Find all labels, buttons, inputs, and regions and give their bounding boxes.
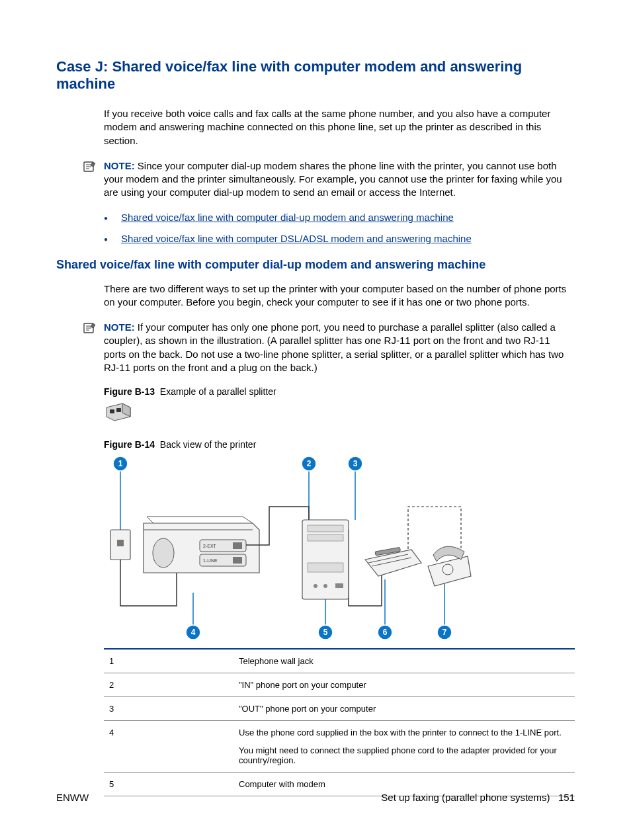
- callout-2: 2: [302, 456, 316, 471]
- list-item: Shared voice/fax line with computer DSL/…: [104, 233, 575, 246]
- callout-1: 1: [113, 456, 128, 471]
- note-label: NOTE:: [104, 160, 135, 171]
- list-item: Shared voice/fax line with computer dial…: [104, 212, 575, 225]
- note-text: Since your computer dial-up modem shares…: [104, 160, 562, 198]
- link-list: Shared voice/fax line with computer dial…: [56, 212, 575, 246]
- svg-rect-21: [308, 525, 343, 532]
- legend-num: 3: [104, 697, 233, 721]
- svg-text:4: 4: [191, 628, 196, 637]
- note-icon: [83, 321, 99, 374]
- page-footer: ENWW Set up faxing (parallel phone syste…: [56, 792, 575, 803]
- svg-rect-15: [233, 542, 242, 549]
- svg-text:6: 6: [383, 628, 388, 637]
- legend-num: 1: [104, 649, 233, 673]
- legend-desc: "IN" phone port on your computer: [233, 673, 575, 697]
- legend-desc: "OUT" phone port on your computer: [233, 697, 575, 721]
- svg-point-19: [153, 538, 174, 567]
- svg-rect-2: [110, 409, 114, 413]
- figure-14-caption: Figure B-14 Back view of the printer: [104, 439, 575, 450]
- svg-point-24: [314, 584, 317, 588]
- svg-text:1-LINE: 1-LINE: [203, 558, 218, 563]
- footer-left: ENWW: [56, 792, 89, 803]
- link-dsl[interactable]: Shared voice/fax line with computer DSL/…: [121, 233, 472, 244]
- callout-3: 3: [348, 456, 362, 471]
- intro-paragraph: If you receive both voice calls and fax …: [56, 107, 575, 147]
- callout-7: 7: [437, 625, 452, 640]
- svg-text:1: 1: [118, 459, 123, 468]
- legend-num: 4: [104, 721, 233, 773]
- svg-rect-12: [117, 540, 124, 546]
- table-row: 4 Use the phone cord supplied in the box…: [104, 721, 575, 773]
- note-label: NOTE:: [104, 321, 135, 333]
- svg-rect-16: [233, 557, 242, 564]
- note-icon: [83, 159, 99, 200]
- svg-text:5: 5: [323, 628, 328, 637]
- svg-rect-23: [308, 563, 343, 572]
- callout-4: 4: [186, 625, 200, 640]
- note-block-2: NOTE: If your computer has only one phon…: [56, 321, 575, 374]
- svg-point-25: [323, 584, 327, 588]
- svg-text:2: 2: [307, 459, 312, 468]
- callout-5: 5: [318, 625, 333, 640]
- note-block-1: NOTE: Since your computer dial-up modem …: [56, 159, 575, 200]
- svg-text:7: 7: [442, 628, 447, 637]
- link-dialup[interactable]: Shared voice/fax line with computer dial…: [121, 212, 454, 223]
- figure-text: Back view of the printer: [160, 439, 257, 450]
- figure-text: Example of a parallel splitter: [160, 386, 276, 397]
- figure-label: Figure B-14: [104, 439, 155, 450]
- sub-intro-paragraph: There are two different ways to set up t…: [56, 282, 575, 310]
- footer-right: Set up faxing (parallel phone systems) 1…: [381, 792, 575, 803]
- figure-13-caption: Figure B-13 Example of a parallel splitt…: [104, 386, 575, 397]
- svg-rect-22: [308, 534, 343, 541]
- legend-desc: Use the phone cord supplied in the box w…: [233, 721, 575, 773]
- table-row: 1 Telephone wall jack: [104, 649, 575, 673]
- callout-6: 6: [378, 625, 392, 640]
- parallel-splitter-image: [104, 401, 575, 426]
- legend-num: 2: [104, 673, 233, 697]
- svg-rect-26: [335, 583, 343, 588]
- legend-table: 1 Telephone wall jack 2 "IN" phone port …: [104, 648, 575, 796]
- note-text: If your computer has only one phone port…: [104, 321, 564, 373]
- printer-back-diagram: 2-EXT 1-LINE: [104, 454, 575, 648]
- table-row: 3 "OUT" phone port on your computer: [104, 697, 575, 721]
- page-title: Case J: Shared voice/fax line with compu…: [56, 58, 575, 93]
- svg-rect-3: [116, 408, 121, 412]
- svg-text:2-EXT: 2-EXT: [203, 544, 217, 548]
- legend-desc: Telephone wall jack: [233, 649, 575, 673]
- figure-label: Figure B-13: [104, 386, 155, 397]
- svg-text:3: 3: [353, 459, 358, 468]
- subheading: Shared voice/fax line with computer dial…: [56, 258, 575, 272]
- table-row: 2 "IN" phone port on your computer: [104, 673, 575, 697]
